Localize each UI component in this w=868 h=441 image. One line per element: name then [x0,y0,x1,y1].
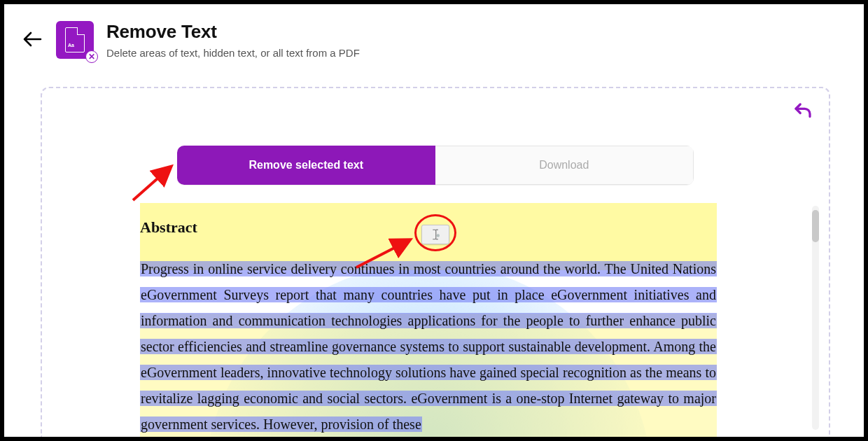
abstract-heading: Abstract [140,218,197,237]
text-cursor-icon [429,228,442,241]
scrollbar-thumb[interactable] [812,210,819,242]
svg-point-0 [437,234,440,237]
title-block: Remove Text Delete areas of text, hidden… [106,21,360,59]
annotation-arrow-1 [129,162,178,204]
remove-selected-text-button[interactable]: Remove selected text [177,146,435,185]
work-area: Remove selected text Download Abstract P… [41,87,830,437]
page-title: Remove Text [106,21,360,43]
arrow-left-icon [22,31,42,48]
tool-logo: Aa ✕ [56,21,94,59]
app-window: Aa ✕ Remove Text Delete areas of text, h… [0,0,868,441]
download-button[interactable]: Download [435,146,694,185]
back-button[interactable] [21,28,43,50]
document-icon: Aa [65,27,85,52]
undo-button[interactable] [792,101,813,125]
undo-icon [792,101,813,122]
scrollbar-track[interactable] [812,206,819,430]
page-subtitle: Delete areas of text, hidden text, or al… [106,47,360,59]
action-button-row: Remove selected text Download [177,146,694,185]
document-paragraph[interactable]: Progress in online service delivery cont… [140,256,717,437]
header: Aa ✕ Remove Text Delete areas of text, h… [4,4,864,69]
remove-badge-icon: ✕ [85,50,98,63]
text-tool-cursor [421,225,449,244]
selected-text[interactable]: Progress in online service delivery cont… [140,261,717,432]
